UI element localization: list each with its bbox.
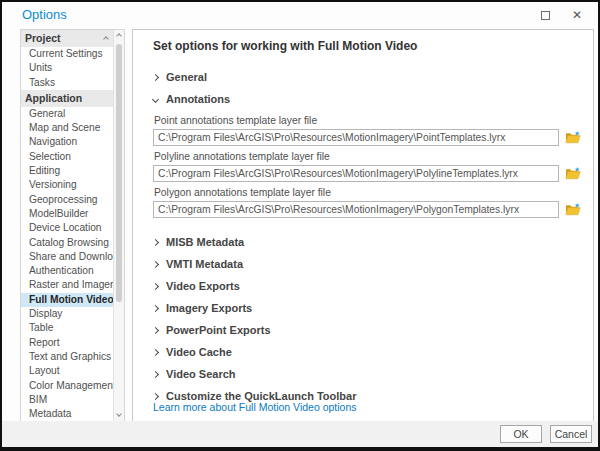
sidebar-item-layout[interactable]: Layout: [21, 364, 113, 378]
sidebar-item-map-and-scene[interactable]: Map and Scene: [21, 121, 113, 135]
section-video-search[interactable]: Video Search: [153, 363, 581, 385]
section-label: Imagery Exports: [166, 302, 252, 314]
field-label: Point annotations template layer file: [154, 115, 581, 126]
chevron-right-icon: [152, 238, 159, 245]
collapse-chevron-icon: [103, 36, 109, 42]
sidebar-item-display[interactable]: Display: [21, 307, 113, 321]
section-video-exports[interactable]: Video Exports: [153, 275, 581, 297]
section-misb-metadata[interactable]: MISB Metadata: [153, 231, 581, 253]
section-label: PowerPoint Exports: [166, 324, 271, 336]
section-vmti-metadata[interactable]: VMTI Metadata: [153, 253, 581, 275]
section-video-cache[interactable]: Video Cache: [153, 341, 581, 363]
open-folder-icon: [565, 131, 581, 145]
sidebar-item-table[interactable]: Table: [21, 321, 113, 335]
scroll-down-icon[interactable]: [116, 411, 122, 417]
chevron-right-icon: [152, 392, 159, 399]
sidebar-item-text-and-graphics[interactable]: Text and Graphics: [21, 350, 113, 364]
sidebar-item-modelbuilder[interactable]: ModelBuilder: [21, 207, 113, 221]
learn-more-link[interactable]: Learn more about Full Motion Video optio…: [153, 401, 357, 413]
section-general[interactable]: General: [153, 66, 581, 88]
sidebar-item-general[interactable]: General: [21, 107, 113, 121]
field-label: Polygon annotations template layer file: [154, 187, 581, 198]
sidebar-scrollbar[interactable]: [113, 30, 124, 421]
chevron-right-icon: [152, 348, 159, 355]
section-label: Video Cache: [166, 346, 232, 358]
sidebar-group-project[interactable]: Project: [21, 30, 113, 47]
sidebar-item-catalog-browsing[interactable]: Catalog Browsing: [21, 236, 113, 250]
window-controls: ✕: [536, 8, 586, 22]
polyline-template-field-group: Polyline annotations template layer file: [153, 151, 581, 182]
chevron-right-icon: [152, 304, 159, 311]
scrollbar-thumb[interactable]: [116, 44, 122, 302]
section-label: MISB Metadata: [166, 236, 244, 248]
chevron-right-icon: [152, 282, 159, 289]
sidebar-item-versioning[interactable]: Versioning: [21, 178, 113, 192]
dialog-footer: OK Cancel: [2, 421, 598, 447]
field-label: Polyline annotations template layer file: [154, 151, 581, 162]
section-annotations[interactable]: Annotations: [153, 88, 581, 110]
options-dialog: Options ✕ Project Current Settings Units…: [0, 0, 600, 451]
section-powerpoint-exports[interactable]: PowerPoint Exports: [153, 319, 581, 341]
polygon-template-input[interactable]: [153, 201, 559, 218]
chevron-right-icon: [152, 370, 159, 377]
sidebar-item-share-and-download[interactable]: Share and Download: [21, 250, 113, 264]
sections-list: General Annotations Point annotations te…: [153, 66, 581, 407]
scroll-up-icon[interactable]: [116, 33, 122, 39]
sidebar-item-raster-and-imagery[interactable]: Raster and Imagery: [21, 278, 113, 292]
maximize-button[interactable]: [536, 8, 554, 22]
close-button[interactable]: ✕: [568, 8, 586, 22]
polyline-template-input[interactable]: [153, 165, 559, 182]
dialog-title: Options: [22, 7, 67, 22]
close-icon: ✕: [572, 9, 582, 21]
polygon-template-field-group: Polygon annotations template layer file: [153, 187, 581, 218]
section-label: General: [166, 71, 207, 83]
sidebar-item-geoprocessing[interactable]: Geoprocessing: [21, 193, 113, 207]
options-main-panel: Set options for working with Full Motion…: [132, 29, 594, 423]
sidebar-item-editing[interactable]: Editing: [21, 164, 113, 178]
chevron-right-icon: [152, 326, 159, 333]
section-label: Video Search: [166, 368, 236, 380]
section-label: Video Exports: [166, 280, 240, 292]
browse-polygon-template-button[interactable]: [564, 201, 581, 218]
sidebar-item-tasks[interactable]: Tasks: [21, 76, 113, 90]
page-title: Set options for working with Full Motion…: [153, 39, 593, 53]
ok-button[interactable]: OK: [500, 425, 542, 443]
chevron-down-icon: [152, 95, 159, 102]
chevron-right-icon: [152, 260, 159, 267]
sidebar-item-device-location[interactable]: Device Location: [21, 221, 113, 235]
sidebar-group-label: Project: [25, 30, 61, 47]
sidebar-item-report[interactable]: Report: [21, 336, 113, 350]
sidebar-group-label: Application: [25, 90, 82, 107]
sidebar-item-selection[interactable]: Selection: [21, 150, 113, 164]
open-folder-icon: [565, 203, 581, 217]
sidebar-item-color-management[interactable]: Color Management: [21, 379, 113, 393]
sidebar-item-full-motion-video[interactable]: Full Motion Video: [21, 293, 113, 307]
section-label: VMTI Metadata: [166, 258, 243, 270]
point-template-input[interactable]: [153, 129, 559, 146]
annotations-section-body: Point annotations template layer file: [153, 110, 581, 231]
cancel-button[interactable]: Cancel: [550, 425, 592, 443]
options-sidebar: Project Current Settings Units Tasks App…: [20, 29, 125, 422]
browse-point-template-button[interactable]: [564, 129, 581, 146]
maximize-icon: [541, 11, 550, 20]
point-template-field-group: Point annotations template layer file: [153, 115, 581, 146]
section-label: Annotations: [166, 93, 230, 105]
sidebar-item-navigation[interactable]: Navigation: [21, 135, 113, 149]
sidebar-item-authentication[interactable]: Authentication: [21, 264, 113, 278]
section-imagery-exports[interactable]: Imagery Exports: [153, 297, 581, 319]
open-folder-icon: [565, 167, 581, 181]
sidebar-item-metadata[interactable]: Metadata: [21, 407, 113, 421]
sidebar-nav-list: Project Current Settings Units Tasks App…: [21, 30, 113, 421]
browse-polyline-template-button[interactable]: [564, 165, 581, 182]
sidebar-item-units[interactable]: Units: [21, 61, 113, 75]
chevron-right-icon: [152, 73, 159, 80]
sidebar-item-bim[interactable]: BIM: [21, 393, 113, 407]
sidebar-item-current-settings[interactable]: Current Settings: [21, 47, 113, 61]
sidebar-group-application[interactable]: Application: [21, 90, 113, 107]
